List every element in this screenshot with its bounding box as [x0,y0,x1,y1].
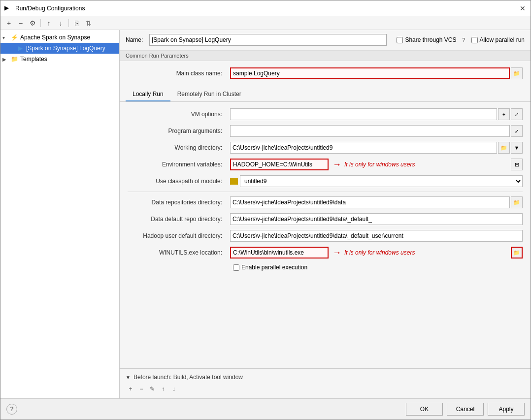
templates-label: Templates [20,56,47,63]
locally-run-section: VM options: + ⤢ Program arguments: ⤢ [120,102,531,278]
vm-fullscreen-btn[interactable]: ⤢ [511,108,523,120]
program-args-label: Program arguments: [128,128,226,134]
tree-item-templates[interactable]: ▶ 📁 Templates [0,54,119,65]
toolbar: + − ⚙ ↑ ↓ ⎘ ⇅ [0,16,531,30]
hadoop-user-label: Hadoop user default directory: [128,232,226,239]
browse-main-class-btn[interactable]: 📁 [511,67,523,79]
tab-remotely-run[interactable]: Remotely Run in Cluster [170,88,248,101]
winutils-arrow-icon: → [332,248,341,258]
spark-icon: ⚡ [10,33,18,41]
env-vars-row: Environment variables: → It is only for … [128,156,523,173]
before-launch-expand[interactable]: ▼ [126,375,131,380]
vm-options-label: VM options: [128,111,226,118]
sort-button[interactable]: ⇅ [83,18,94,29]
module-select[interactable]: untitled9 [240,175,523,187]
run-debug-dialog: ▶ Run/Debug Configurations ✕ + − ⚙ ↑ ↓ ⎘… [0,0,531,420]
tree-item-apache-spark[interactable]: ▾ ⚡ Apache Spark on Synapse [0,32,119,43]
vcs-help-icon[interactable]: ? [462,37,465,43]
main-class-row: Main class name: 📁 [128,65,523,82]
before-launch-label: Before launch: Build, Activate tool wind… [133,374,243,381]
remove-config-button[interactable]: − [15,18,26,29]
env-vars-edit-btn[interactable]: ⊞ [511,159,523,170]
before-launch-edit-btn[interactable]: ✎ [147,384,157,394]
winutils-label: WINUTILS.exe location: [128,249,226,256]
share-vcs-label[interactable]: Share through VCS [397,36,456,43]
help-button[interactable]: ? [6,404,17,415]
enable-parallel-row: Enable parallel execution [128,261,523,274]
classpath-module-row: Use classpath of module: untitled9 [128,173,523,190]
winutils-input[interactable] [230,247,329,258]
main-class-input[interactable] [230,67,510,79]
program-args-row: Program arguments: ⤢ [128,123,523,139]
browse-winutils-btn[interactable]: 📁 [511,247,523,258]
tabs-row: Locally Run Remotely Run in Cluster [120,88,531,102]
vm-options-input[interactable] [230,108,497,120]
data-default-repo-input[interactable] [230,213,523,225]
working-dir-row: Working directory: 📁 ▼ [128,139,523,156]
data-default-repo-row: Data default repo directory: [128,211,523,227]
ok-button[interactable]: OK [406,403,443,416]
tree-item-logquery[interactable]: ▶ [Spark on Synapse] LogQuery [0,43,119,54]
browse-data-repos-btn[interactable]: 📁 [511,196,523,208]
env-vars-annotation-text: It is only for windows users [344,161,415,168]
before-launch-header: ▼ Before launch: Build, Activate tool wi… [126,372,525,383]
main-class-label: Main class name: [128,70,226,77]
before-launch-remove-btn[interactable]: − [136,384,146,394]
dialog-buttons: OK Cancel Apply [406,403,525,416]
working-dir-input[interactable] [230,142,497,154]
name-label: Name: [126,36,145,43]
close-button[interactable]: ✕ [519,4,527,12]
allow-parallel-checkbox[interactable] [471,37,478,43]
data-repos-input[interactable] [230,196,510,208]
env-vars-input[interactable] [230,159,329,170]
move-up-button[interactable]: ↑ [43,18,54,29]
settings-button[interactable]: ⚙ [27,18,38,29]
right-panel: Name: Share through VCS ? Allow parallel… [120,30,531,398]
working-dir-dropdown-btn[interactable]: ▼ [511,142,523,154]
tab-locally-run[interactable]: Locally Run [126,88,170,101]
module-select-wrap: untitled9 [230,175,523,187]
window-icon: ▶ [4,4,12,12]
classpath-module-label: Use classpath of module: [128,178,226,185]
browse-working-dir-btn[interactable]: 📁 [498,142,510,154]
winutils-row: WINUTILS.exe location: → It is only for … [128,244,523,261]
toolbar-sep-2 [68,19,69,27]
program-args-input[interactable] [230,125,510,137]
env-vars-annotation: → It is only for windows users [332,160,415,170]
name-row: Name: Share through VCS ? Allow parallel… [120,30,531,50]
data-default-repo-label: Data default repo directory: [128,216,226,223]
module-icon [230,178,238,185]
apply-button[interactable]: Apply [488,403,525,416]
enable-parallel-label[interactable]: Enable parallel execution [233,264,307,271]
env-vars-arrow-icon: → [332,160,341,170]
title-bar: ▶ Run/Debug Configurations ✕ [0,0,531,16]
args-expand-btn[interactable]: ⤢ [511,125,523,137]
common-params-header: Common Run Parameters [120,50,531,61]
before-launch-add-btn[interactable]: + [126,384,135,394]
hadoop-user-input[interactable] [230,230,523,242]
section-separator [128,192,523,192]
before-launch-up-btn[interactable]: ↑ [158,384,168,394]
sidebar: ▾ ⚡ Apache Spark on Synapse ▶ [Spark on … [0,30,120,398]
data-repos-row: Data repositories directory: 📁 [128,194,523,211]
add-config-button[interactable]: + [3,18,14,29]
share-vcs-checkbox[interactable] [397,37,403,43]
window-title: Run/Debug Configurations [15,5,516,12]
hadoop-user-row: Hadoop user default directory: [128,227,523,244]
vm-options-group: + ⤢ [230,108,523,120]
working-dir-group: 📁 ▼ [230,142,523,154]
cancel-button[interactable]: Cancel [447,403,484,416]
program-args-group: ⤢ [230,125,523,137]
before-launch-down-btn[interactable]: ↓ [169,384,179,394]
data-repos-label: Data repositories directory: [128,199,226,206]
enable-parallel-checkbox[interactable] [233,264,239,271]
copy-button[interactable]: ⎘ [71,18,82,29]
dialog-footer: ? OK Cancel Apply [0,398,531,420]
move-down-button[interactable]: ↓ [55,18,66,29]
name-options: Share through VCS ? Allow parallel run [397,36,525,43]
winutils-annotation: → It is only for windows users [332,248,415,258]
vm-expand-btn[interactable]: + [498,108,510,120]
allow-parallel-label[interactable]: Allow parallel run [471,36,525,43]
name-input[interactable] [149,34,387,46]
templates-icon: 📁 [10,55,18,63]
